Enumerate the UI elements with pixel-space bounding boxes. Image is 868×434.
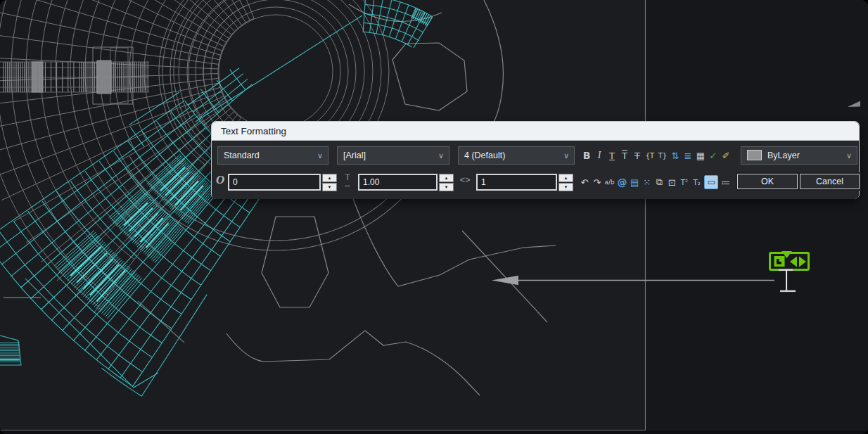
underline-icon[interactable]: T bbox=[607, 151, 617, 161]
dialog-title[interactable]: Text Formatting bbox=[212, 122, 859, 141]
chevron-down-icon: ∨ bbox=[563, 147, 569, 164]
tool-icon-row: ↶ ↷ a/b @ ▤ ⁙ ⧉ ⊡ T² T₂ ▭ ≔ bbox=[580, 173, 731, 191]
text-style-select[interactable]: Standard ∨ bbox=[217, 146, 328, 165]
chevron-down-icon: ∨ bbox=[438, 147, 444, 164]
ok-button[interactable]: OK bbox=[737, 174, 798, 189]
chevron-down-icon: ∨ bbox=[317, 147, 323, 164]
chevron-down-icon: ∨ bbox=[846, 147, 852, 164]
columns-icon[interactable]: ▦ bbox=[696, 151, 706, 161]
spell-check-icon[interactable]: ✓ bbox=[708, 151, 718, 161]
oblique-angle-stepper[interactable]: ▲▼ bbox=[322, 174, 337, 191]
width-factor-field[interactable]: 1 bbox=[476, 174, 557, 191]
symbol-at-icon[interactable]: @ bbox=[617, 177, 627, 188]
redo-icon[interactable]: ↷ bbox=[592, 177, 602, 188]
format-icon-row: B I T T T {T T} ⇅ ≣ ▦ ✓ ✐ bbox=[582, 146, 731, 165]
lowercase-icon[interactable]: T} bbox=[658, 152, 668, 160]
stack-fraction-icon[interactable]: a/b bbox=[604, 179, 614, 186]
text-color-select[interactable]: ByLayer ∨ bbox=[741, 146, 857, 165]
font-select[interactable]: [Arial] ∨ bbox=[337, 146, 449, 165]
cancel-button[interactable]: Cancel bbox=[800, 174, 860, 189]
tracking-field[interactable]: 1.00 bbox=[358, 174, 438, 191]
drawing-canvas[interactable] bbox=[0, 0, 868, 434]
list-icon[interactable]: ≔ bbox=[721, 177, 731, 188]
uppercase-icon[interactable]: {T bbox=[645, 152, 655, 160]
layers-icon[interactable]: ⧉ bbox=[654, 177, 664, 188]
subscript-icon[interactable]: T₂ bbox=[692, 179, 702, 186]
grip-corner-handle[interactable] bbox=[774, 256, 785, 267]
stack-icon[interactable]: ⇅ bbox=[670, 151, 680, 161]
undo-icon[interactable]: ↶ bbox=[580, 177, 589, 188]
text-frame-icon[interactable]: ⊡ bbox=[667, 177, 677, 188]
ruler-toggle-icon[interactable]: ▭ bbox=[704, 175, 718, 189]
text-formatting-dialog: Text Formatting Standard ∨ [Arial] ∨ 4 (… bbox=[211, 121, 860, 199]
overline-icon[interactable]: T bbox=[620, 151, 630, 161]
insert-field-icon[interactable]: ▤ bbox=[630, 177, 639, 188]
format-painter-icon[interactable]: ✐ bbox=[721, 151, 731, 161]
text-height-select[interactable]: 4 (Default) ∨ bbox=[458, 146, 575, 165]
tracking-stepper[interactable]: ▲▼ bbox=[439, 174, 454, 191]
oblique-angle-field[interactable]: 0 bbox=[228, 174, 321, 191]
shaft-hatch bbox=[0, 47, 149, 104]
width-factor-icon: <> bbox=[457, 177, 473, 184]
width-factor-stepper[interactable]: ▲▼ bbox=[559, 174, 573, 191]
line-spacing-icon[interactable]: ≣ bbox=[683, 151, 693, 161]
application-window: Text Formatting Standard ∨ [Arial] ∨ 4 (… bbox=[0, 0, 868, 434]
bold-icon[interactable]: B bbox=[582, 150, 592, 161]
strikethrough-icon[interactable]: T bbox=[632, 151, 642, 161]
mtext-width-grip[interactable] bbox=[770, 251, 809, 270]
italic-icon[interactable]: I bbox=[594, 150, 604, 161]
oblique-angle-icon: O bbox=[216, 173, 224, 187]
tracking-icon: T ↔ bbox=[340, 174, 355, 188]
distribute-icon[interactable]: ⁙ bbox=[642, 177, 652, 188]
color-swatch bbox=[747, 150, 762, 160]
dialog-body: Standard ∨ [Arial] ∨ 4 (Default) ∨ B I T… bbox=[212, 141, 859, 199]
superscript-icon[interactable]: T² bbox=[679, 179, 689, 186]
